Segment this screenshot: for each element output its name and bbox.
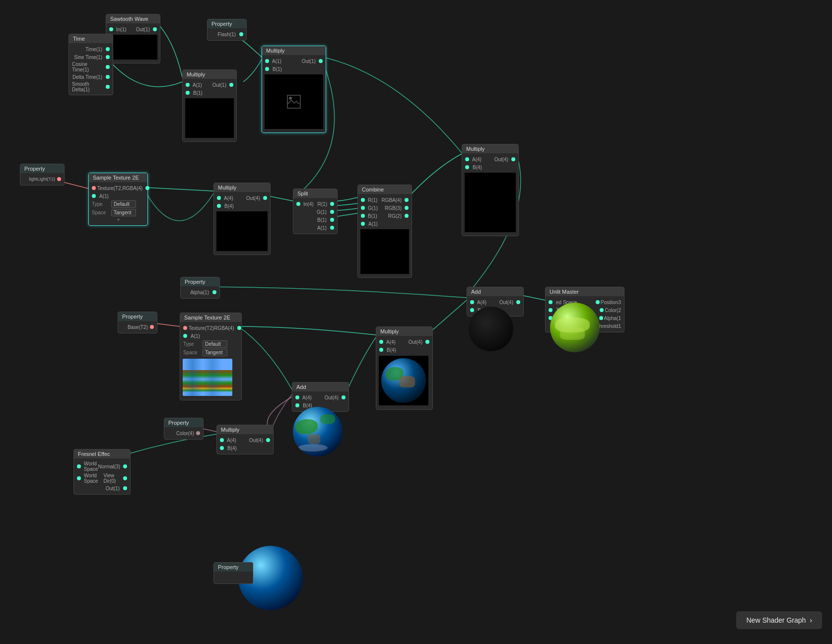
multiply-bottom-title: Multiply	[376, 327, 432, 336]
multiply-lowest-node[interactable]: Multiply A(4) Out(4) B(4)	[216, 425, 274, 454]
property-alpha-node[interactable]: Property Alpha(1)	[180, 277, 220, 299]
fresnel-title: Fresnel Effec	[74, 450, 130, 458]
multiply-top-title: Multiply	[183, 70, 236, 79]
property-bottom-node[interactable]: Property	[213, 562, 253, 584]
property-alpha-title: Property	[181, 277, 219, 286]
multiply-right-title: Multiply	[462, 144, 518, 153]
time-title: Time	[69, 34, 113, 43]
sample-texture-bottom-node[interactable]: Sample Texture 2E Texture(T2) RGBA(4) A(…	[180, 313, 242, 400]
sample-texture-top-title: Sample Texture 2E	[89, 173, 147, 182]
unlit-master-title: Unlit Master	[546, 287, 624, 296]
add-mid-title: Add	[467, 287, 523, 296]
new-shader-graph-panel[interactable]: New Shader Graph ›	[736, 611, 822, 629]
property-flash-title: Property	[208, 19, 246, 28]
globe-preview-multiply-bottom	[379, 356, 428, 405]
multiply-selected-node[interactable]: Multiply A(1) Out(1) B(1)	[262, 46, 326, 133]
sawtooth-in-label: In(1)	[116, 27, 127, 32]
chevron-right-icon: ›	[810, 616, 812, 624]
combine-preview	[360, 229, 409, 274]
sample-texture-top-node[interactable]: Sample Texture 2E Texture(T2, RGBA(4) A(…	[88, 173, 148, 226]
globe-display-add-bottom	[293, 407, 343, 456]
property-light-node[interactable]: Property lightLight(T2)	[20, 164, 65, 186]
green-globe-preview	[550, 303, 600, 352]
multiply-right-node[interactable]: Multiply A(4) Out(4) B(4)	[462, 144, 519, 236]
multiply-selected-title: Multiply	[262, 46, 326, 55]
split-title: Split	[293, 189, 337, 198]
add-bottom-title: Add	[292, 383, 348, 391]
time-out-port[interactable]	[106, 47, 110, 51]
multiply-top-node[interactable]: Multiply A(1) Out(1) B(1)	[182, 69, 237, 142]
multiply-mid-node[interactable]: Multiply A(4) Out(4) B(4)	[213, 183, 271, 255]
shader-graph-canvas[interactable]: Sawtooth Wave In(1) Out(1) Time Time(1) …	[0, 0, 832, 644]
property-light-out-port[interactable]	[57, 177, 61, 181]
multiply-right-preview	[465, 173, 516, 232]
property-base-title: Property	[118, 312, 157, 321]
sample-texture-bottom-title: Sample Texture 2E	[180, 313, 241, 322]
sawtooth-in-port[interactable]	[109, 27, 113, 31]
property-color-title: Property	[164, 418, 203, 427]
image-placeholder-icon	[286, 94, 301, 109]
sawtooth-wave-node[interactable]: Sawtooth Wave In(1) Out(1)	[106, 14, 160, 64]
svg-point-1	[289, 97, 292, 100]
property-color-node[interactable]: Property Color(4)	[164, 418, 204, 440]
dark-globe-preview	[469, 307, 513, 351]
multiply-top-preview	[185, 98, 234, 138]
world-map-preview	[183, 359, 232, 396]
multiply-mid-title: Multiply	[214, 183, 270, 192]
multiply-selected-preview	[265, 74, 323, 129]
sample-texture-top-dropdown[interactable]: ▾	[89, 217, 147, 223]
property-base-node[interactable]: Property Base(T2)	[118, 312, 157, 333]
split-node[interactable]: Split In(4) R(1) G(1) B(1) A(1)	[293, 189, 338, 234]
sawtooth-out-label: Out(1)	[136, 27, 150, 32]
multiply-lowest-title: Multiply	[217, 425, 273, 434]
multiply-bottom-node[interactable]: Multiply A(4) Out(4) B(4)	[376, 326, 433, 410]
property-flash-node[interactable]: Property Flash(1)	[207, 19, 247, 41]
new-shader-graph-label: New Shader Graph	[746, 616, 806, 624]
sawtooth-preview	[109, 35, 157, 60]
combine-node[interactable]: Combine R(1) RGBA(4) G(1) RGB(3)	[357, 185, 412, 278]
combine-title: Combine	[358, 185, 412, 194]
sawtooth-out-port[interactable]	[153, 27, 157, 31]
time-node[interactable]: Time Time(1) Sine Time(1) Cosine Time(1)…	[69, 34, 113, 95]
multiply-mid-preview	[216, 211, 268, 251]
property-light-title: Property	[20, 164, 64, 173]
fresnel-node[interactable]: Fresnel Effec World Space Normal(3) Worl…	[73, 449, 131, 495]
sawtooth-wave-title: Sawtooth Wave	[106, 14, 160, 23]
property-bottom-title: Property	[214, 563, 253, 572]
